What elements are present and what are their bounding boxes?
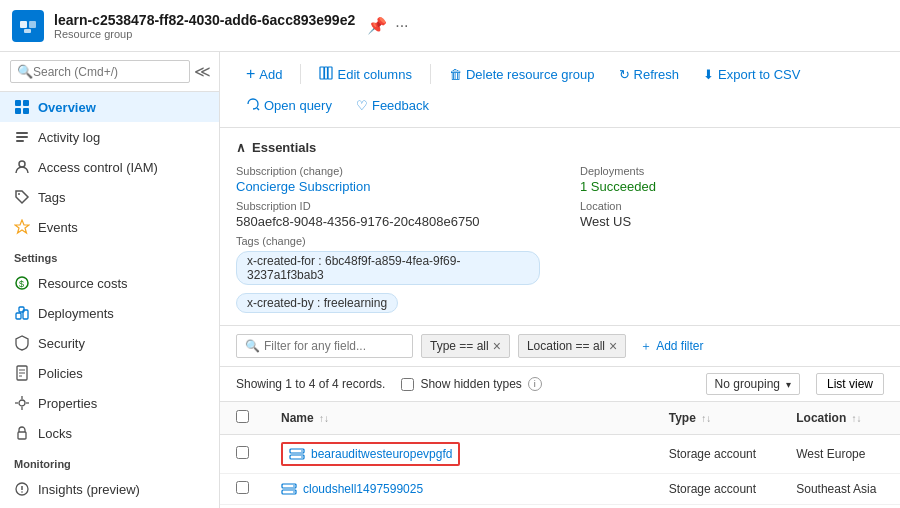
type-filter-label: Type == all (430, 339, 489, 353)
overview-icon (14, 99, 30, 115)
sidebar-item-access-control[interactable]: Access control (IAM) (0, 152, 219, 182)
records-count: Showing 1 to 4 of 4 records. (236, 377, 385, 391)
delete-button[interactable]: 🗑 Delete resource group (439, 62, 605, 87)
row-1-type-cell: Storage account (653, 474, 781, 505)
location-filter-label: Location == all (527, 339, 605, 353)
sidebar-item-insights[interactable]: Insights (preview) (0, 474, 219, 504)
search-input[interactable] (33, 65, 183, 79)
sidebar-item-resource-costs[interactable]: $ Resource costs (0, 268, 219, 298)
row-2-checkbox-cell (220, 505, 265, 509)
content-toolbar: + Add Edit columns 🗑 Delete resource gro… (220, 52, 900, 128)
sidebar-item-label: Properties (38, 396, 97, 411)
row-1-checkbox[interactable] (236, 481, 249, 494)
deployments-link[interactable]: 1 Succeeded (580, 179, 656, 194)
sidebar-item-policies[interactable]: Policies (0, 358, 219, 388)
sidebar-search-wrap: 🔍 (10, 60, 190, 83)
sidebar-item-overview[interactable]: Overview (0, 92, 219, 122)
sidebar-item-locks[interactable]: Locks (0, 418, 219, 448)
grouping-select[interactable]: No grouping ▾ (706, 373, 800, 395)
filter-input[interactable] (264, 339, 404, 353)
list-view-button[interactable]: List view (816, 373, 884, 395)
records-bar: Showing 1 to 4 of 4 records. Show hidden… (220, 367, 900, 402)
refresh-button[interactable]: ↻ Refresh (609, 62, 690, 87)
row-0-location-cell: West Europe (780, 435, 900, 474)
location-filter-remove[interactable]: × (609, 338, 617, 354)
select-all-checkbox[interactable] (236, 410, 249, 423)
table-row: cloudshell1497599025Storage accountSouth… (220, 474, 900, 505)
filter-search-icon: 🔍 (245, 339, 260, 353)
sidebar-item-activity-log[interactable]: Activity log (0, 122, 219, 152)
security-icon (14, 335, 30, 351)
sidebar-item-label: Deployments (38, 306, 114, 321)
events-icon (14, 219, 30, 235)
add-filter-icon: ＋ (640, 338, 652, 355)
subscription-id-label: Subscription ID (236, 200, 540, 212)
open-query-button[interactable]: Open query (236, 92, 342, 119)
top-bar-actions: 📌 ··· (367, 16, 408, 35)
highlighted-name-cell: bearauditwesteuropevpgfd (281, 442, 460, 466)
essentials-grid: Subscription (change) Concierge Subscrip… (236, 165, 884, 313)
resource-name-link[interactable]: cloudshell1497599025 (303, 482, 423, 496)
subscription-link[interactable]: Concierge Subscription (236, 179, 370, 194)
refresh-icon: ↻ (619, 67, 630, 82)
feedback-button[interactable]: ♡ Feedback (346, 93, 439, 118)
type-filter-remove[interactable]: × (493, 338, 501, 354)
resource-name-link[interactable]: bearauditwesteuropevpgfd (311, 447, 452, 461)
sidebar-item-security[interactable]: Security (0, 328, 219, 358)
sidebar-item-label: Locks (38, 426, 72, 441)
show-hidden-checkbox[interactable] (401, 378, 414, 391)
more-icon[interactable]: ··· (395, 17, 408, 35)
sidebar: 🔍 ≪ Overview Activity log Access control… (0, 52, 220, 508)
add-filter-button[interactable]: ＋ Add filter (634, 335, 709, 358)
type-filter-tag: Type == all × (421, 334, 510, 358)
name-column-header[interactable]: Name ↑↓ (265, 402, 653, 435)
deployments-icon (14, 305, 30, 321)
svg-point-41 (293, 491, 295, 493)
essentials-header[interactable]: ∧ Essentials (236, 140, 884, 155)
export-button[interactable]: ⬇ Export to CSV (693, 62, 810, 87)
sidebar-item-deployments[interactable]: Deployments (0, 298, 219, 328)
row-1-checkbox-cell (220, 474, 265, 505)
row-1-name-cell: cloudshell1497599025 (265, 474, 653, 505)
access-control-icon (14, 159, 30, 175)
sidebar-item-tags[interactable]: Tags (0, 182, 219, 212)
svg-rect-31 (325, 67, 328, 79)
subscription-label: Subscription (change) (236, 165, 540, 177)
show-hidden-wrap: Show hidden types i (401, 377, 541, 391)
svg-text:$: $ (19, 279, 24, 289)
svg-rect-4 (23, 100, 29, 106)
select-all-header (220, 402, 265, 435)
toolbar-divider-2 (430, 64, 431, 84)
sidebar-item-label: Activity log (38, 130, 100, 145)
svg-rect-14 (16, 313, 21, 319)
add-button[interactable]: + Add (236, 60, 292, 88)
subscription-id-value: 580aefc8-9048-4356-9176-20c4808e6750 (236, 214, 540, 229)
row-2-name-cell: TeddyBear (teddywesteuropevpgfdd263mp4w/… (265, 505, 653, 509)
location-column-header[interactable]: Location ↑↓ (780, 402, 900, 435)
svg-rect-1 (29, 21, 36, 28)
location-sort-icon: ↑↓ (852, 413, 862, 424)
essentials-right: Deployments 1 Succeeded Location West US (580, 165, 884, 313)
row-2-location-cell: West Europe (780, 505, 900, 509)
filter-input-wrap: 🔍 (236, 334, 413, 358)
svg-rect-32 (328, 67, 332, 79)
resource-costs-icon: $ (14, 275, 30, 291)
content-area: + Add Edit columns 🗑 Delete resource gro… (220, 52, 900, 508)
filter-bar: 🔍 Type == all × Location == all × ＋ Add … (220, 326, 900, 367)
pin-icon[interactable]: 📌 (367, 16, 387, 35)
edit-columns-button[interactable]: Edit columns (309, 61, 421, 88)
sidebar-item-label: Access control (IAM) (38, 160, 158, 175)
query-icon (246, 97, 260, 114)
type-sort-icon: ↑↓ (701, 413, 711, 424)
sidebar-collapse-icon[interactable]: ≪ (194, 62, 211, 81)
row-0-checkbox-cell (220, 435, 265, 474)
sidebar-item-properties[interactable]: Properties (0, 388, 219, 418)
top-bar-text: learn-c2538478-ff82-4030-add6-6acc893e99… (54, 12, 355, 40)
row-0-checkbox[interactable] (236, 446, 249, 459)
svg-rect-7 (16, 132, 28, 134)
type-column-header[interactable]: Type ↑↓ (653, 402, 781, 435)
tag-2: x-created-by : freelearning (236, 293, 398, 313)
sidebar-item-events[interactable]: Events (0, 212, 219, 242)
tags-icon (14, 189, 30, 205)
svg-point-37 (301, 456, 303, 458)
